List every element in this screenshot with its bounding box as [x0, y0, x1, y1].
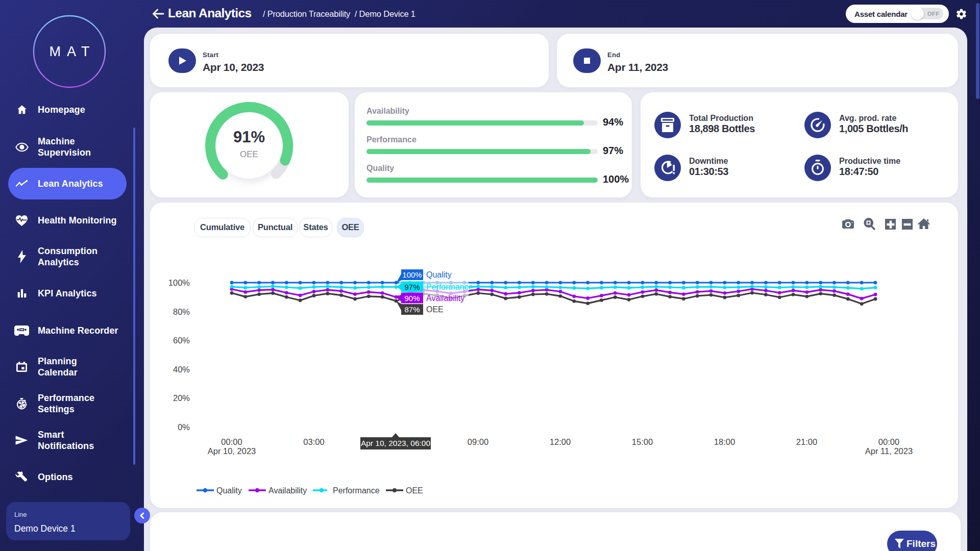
- svg-text:00:00: 00:00: [221, 437, 242, 446]
- svg-text:80%: 80%: [173, 307, 190, 316]
- svg-text:87%: 87%: [404, 305, 420, 314]
- svg-text:Quality: Quality: [216, 486, 242, 495]
- svg-text:Availability: Availability: [426, 294, 464, 303]
- svg-text:Apr 11, 2023: Apr 11, 2023: [865, 446, 913, 456]
- svg-text:Availability: Availability: [268, 486, 307, 495]
- svg-text:60%: 60%: [173, 336, 190, 345]
- svg-text:09:00: 09:00: [468, 437, 488, 446]
- svg-text:Quality: Quality: [426, 270, 452, 279]
- svg-text:40%: 40%: [173, 365, 190, 374]
- svg-text:97%: 97%: [404, 283, 420, 291]
- svg-text:Performance: Performance: [426, 283, 473, 291]
- svg-text:0%: 0%: [178, 422, 190, 432]
- svg-text:100%: 100%: [168, 278, 190, 287]
- svg-text:12:00: 12:00: [550, 437, 571, 446]
- svg-text:15:00: 15:00: [632, 437, 653, 446]
- svg-text:03:00: 03:00: [303, 437, 324, 446]
- svg-text:90%: 90%: [404, 294, 420, 303]
- svg-text:100%: 100%: [402, 270, 422, 279]
- svg-text:20%: 20%: [173, 393, 190, 403]
- svg-text:00:00: 00:00: [878, 437, 899, 446]
- svg-text:OEE: OEE: [426, 305, 444, 314]
- svg-text:Performance: Performance: [333, 486, 380, 495]
- svg-text:OEE: OEE: [406, 486, 423, 495]
- svg-text:21:00: 21:00: [796, 437, 817, 446]
- svg-text:Apr 10, 2023, 06:00: Apr 10, 2023, 06:00: [361, 439, 431, 447]
- svg-text:Apr 10, 2023: Apr 10, 2023: [208, 446, 256, 456]
- svg-text:18:00: 18:00: [714, 437, 735, 446]
